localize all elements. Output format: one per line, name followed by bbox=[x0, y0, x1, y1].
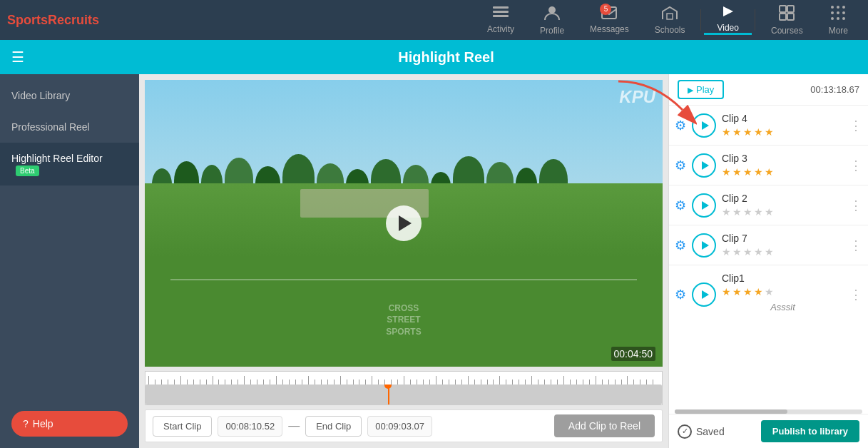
end-clip-time: 00:09:03.07 bbox=[367, 416, 432, 437]
nav-item-courses[interactable]: Courses bbox=[758, 5, 816, 36]
drag-handle-clip2[interactable]: ⋮ bbox=[849, 198, 862, 213]
play-circle-clip3[interactable] bbox=[692, 153, 716, 178]
star-filled[interactable]: ★ bbox=[765, 126, 774, 138]
svg-rect-9 bbox=[780, 14, 786, 20]
star-filled[interactable]: ★ bbox=[722, 126, 731, 138]
sidebar-item-highlight-reel-editor[interactable]: Highlight Reel Editor Beta bbox=[0, 143, 139, 185]
gear-icon-clip3[interactable]: ⚙ bbox=[675, 158, 686, 173]
star-empty[interactable]: ★ bbox=[722, 206, 731, 218]
star-filled[interactable]: ★ bbox=[743, 126, 752, 138]
star-filled[interactable]: ★ bbox=[765, 166, 774, 178]
watermark-line3: SPORTS bbox=[386, 326, 421, 338]
sidebar-item-professional-reel[interactable]: Professional Reel bbox=[0, 111, 139, 143]
sidebar-item-video-library[interactable]: Video Library bbox=[0, 80, 139, 111]
nav-item-video[interactable]: Video bbox=[704, 5, 751, 35]
star-empty[interactable]: ★ bbox=[732, 206, 742, 218]
timeline-handle[interactable] bbox=[384, 385, 392, 389]
clip-stars-clip2[interactable]: ★★★★★ bbox=[722, 206, 844, 218]
right-panel: Play 00:13:18.67 ⚙Clip 4★★★★★⋮⚙Clip 3★★★… bbox=[668, 74, 868, 448]
clip-info-clip7: Clip 7★★★★★ bbox=[722, 233, 844, 258]
clip-info-clip2: Clip 2★★★★★ bbox=[722, 193, 844, 218]
star-filled[interactable]: ★ bbox=[754, 286, 763, 297]
timeline-bar[interactable] bbox=[145, 385, 662, 404]
end-clip-button[interactable]: End Clip bbox=[305, 416, 362, 437]
clip-name-clip4: Clip 4 bbox=[722, 113, 844, 124]
nav-item-activity[interactable]: Activity bbox=[474, 6, 527, 34]
star-filled[interactable]: ★ bbox=[732, 286, 742, 297]
messages-badge: 5 bbox=[600, 4, 611, 15]
nav-label-more: More bbox=[829, 26, 848, 36]
gear-icon-clip7[interactable]: ⚙ bbox=[675, 238, 686, 253]
star-empty[interactable]: ★ bbox=[743, 206, 752, 218]
drag-handle-clip7[interactable]: ⋮ bbox=[849, 238, 862, 253]
gear-icon-clip2[interactable]: ⚙ bbox=[675, 198, 686, 213]
star-filled[interactable]: ★ bbox=[722, 166, 731, 178]
nav-item-schools[interactable]: Schools bbox=[642, 6, 698, 35]
scroll-indicator bbox=[675, 409, 862, 414]
star-empty[interactable]: ★ bbox=[722, 246, 731, 258]
star-filled[interactable]: ★ bbox=[743, 166, 752, 178]
drag-handle-clip3[interactable]: ⋮ bbox=[849, 158, 862, 173]
nav-item-more[interactable]: More bbox=[816, 5, 861, 36]
star-empty[interactable]: ★ bbox=[754, 246, 763, 258]
hamburger-menu[interactable]: ☰ bbox=[11, 49, 24, 66]
content-area: KPU CROSS STREET SPORTS 00:04:50 Start C… bbox=[139, 74, 668, 448]
star-empty[interactable]: ★ bbox=[743, 246, 752, 258]
saved-label: Saved bbox=[696, 426, 725, 437]
clip-stars-clip1[interactable]: ★★★★★ bbox=[722, 286, 844, 297]
clip-stars-clip7[interactable]: ★★★★★ bbox=[722, 246, 844, 258]
clip-name-clip7: Clip 7 bbox=[722, 233, 844, 244]
nav-items: Activity Profile 5 Messages bbox=[474, 5, 861, 36]
clip-info-clip1: Clip1★★★★★Asssit bbox=[722, 273, 844, 317]
svg-point-19 bbox=[842, 17, 845, 20]
courses-icon bbox=[779, 5, 795, 24]
svg-point-13 bbox=[842, 6, 845, 9]
messages-icon: 5 bbox=[601, 6, 617, 23]
check-circle-icon: ✓ bbox=[678, 424, 692, 439]
play-button-overlay[interactable] bbox=[386, 205, 422, 241]
play-circle-clip4[interactable] bbox=[692, 113, 716, 138]
video-overlay-text: KPU bbox=[619, 87, 655, 107]
star-filled[interactable]: ★ bbox=[754, 126, 763, 138]
star-filled[interactable]: ★ bbox=[732, 126, 742, 138]
star-filled[interactable]: ★ bbox=[732, 166, 742, 178]
video-watermark: CROSS STREET SPORTS bbox=[386, 302, 421, 338]
svg-rect-10 bbox=[787, 14, 794, 20]
clip-stars-clip4[interactable]: ★★★★★ bbox=[722, 126, 844, 138]
clip-item-clip4: ⚙Clip 4★★★★★⋮ bbox=[669, 106, 868, 146]
nav-divider bbox=[700, 9, 701, 31]
star-empty[interactable]: ★ bbox=[732, 246, 742, 258]
start-clip-time: 00:08:10.52 bbox=[218, 416, 282, 437]
video-time: 00:04:50 bbox=[611, 347, 656, 361]
svg-point-16 bbox=[842, 11, 845, 14]
star-empty[interactable]: ★ bbox=[765, 246, 774, 258]
svg-point-11 bbox=[831, 6, 834, 9]
schools-icon bbox=[662, 6, 678, 24]
video-player[interactable]: KPU CROSS STREET SPORTS 00:04:50 bbox=[145, 80, 663, 367]
nav-item-profile[interactable]: Profile bbox=[527, 5, 577, 36]
gear-icon-clip4[interactable]: ⚙ bbox=[675, 118, 686, 133]
play-circle-clip7[interactable] bbox=[692, 233, 716, 258]
star-empty[interactable]: ★ bbox=[754, 206, 763, 218]
drag-handle-clip4[interactable]: ⋮ bbox=[849, 118, 862, 133]
gear-icon-clip1[interactable]: ⚙ bbox=[675, 287, 686, 302]
star-filled[interactable]: ★ bbox=[722, 286, 731, 297]
play-circle-clip1[interactable] bbox=[692, 282, 716, 307]
svg-point-3 bbox=[548, 6, 556, 14]
star-empty[interactable]: ★ bbox=[765, 286, 774, 297]
star-empty[interactable]: ★ bbox=[765, 206, 774, 218]
help-label: Help bbox=[33, 418, 53, 429]
star-filled[interactable]: ★ bbox=[754, 166, 763, 178]
saved-status: ✓ Saved bbox=[678, 424, 725, 439]
nav-item-messages[interactable]: 5 Messages bbox=[577, 6, 642, 34]
drag-handle-clip1[interactable]: ⋮ bbox=[849, 287, 862, 302]
add-clip-button[interactable]: Add Clip to Reel bbox=[554, 414, 655, 437]
play-reel-button[interactable]: Play bbox=[678, 80, 724, 99]
clip-stars-clip3[interactable]: ★★★★★ bbox=[722, 166, 844, 178]
publish-button[interactable]: Publish to library bbox=[761, 420, 859, 442]
video-icon bbox=[720, 5, 736, 21]
play-circle-clip2[interactable] bbox=[692, 193, 716, 218]
star-filled[interactable]: ★ bbox=[743, 286, 752, 297]
start-clip-button[interactable]: Start Clip bbox=[153, 416, 212, 437]
help-button[interactable]: ? Help bbox=[11, 411, 128, 437]
